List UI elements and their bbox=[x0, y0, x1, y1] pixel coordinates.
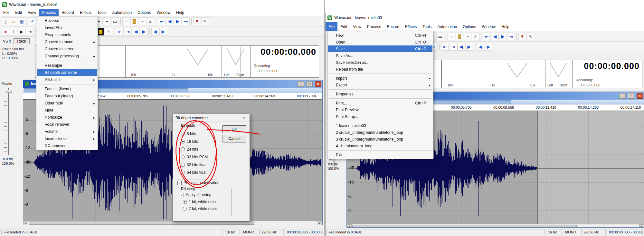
goto-start-button[interactable]: ⇤ bbox=[158, 17, 166, 25]
menubar-item-automation[interactable]: Automation bbox=[109, 9, 135, 16]
prev-marker-button[interactable]: ◀ bbox=[132, 28, 140, 35]
slider-thumb[interactable] bbox=[6, 90, 12, 93]
window-titlebar[interactable]: W Wavosaur - leaves_rustle03 bbox=[326, 13, 644, 22]
menubar-item-edit[interactable]: Edit bbox=[337, 22, 350, 31]
menu-item-properties[interactable]: Properties bbox=[328, 91, 432, 97]
marker-button[interactable]: ▼ bbox=[193, 17, 201, 25]
radio-option-24-bits[interactable]: 24 bits bbox=[177, 145, 218, 153]
minimize-button[interactable]: — bbox=[619, 93, 626, 99]
goto-start-button[interactable]: ⇤ bbox=[483, 33, 491, 40]
menubar-item-file[interactable]: File bbox=[326, 22, 337, 31]
scrollbar-track[interactable] bbox=[28, 221, 317, 225]
menu-item-exit[interactable]: Exit bbox=[328, 152, 432, 158]
snap-left-button[interactable]: ⇤ bbox=[116, 28, 124, 35]
menu-item-1-leaves-rustle03[interactable]: 1 leaves_rustle03 bbox=[328, 122, 432, 129]
save-button[interactable]: ▦ bbox=[18, 17, 25, 25]
scroll-right-icon[interactable]: ► bbox=[639, 224, 644, 228]
next-marker-button[interactable]: ▶ bbox=[465, 43, 473, 51]
menu-item-2-crucial-undergroundrumbletone-loop[interactable]: 2 crucial_undergroundrumbletone_loop bbox=[328, 129, 432, 136]
apply-dithering-checkbox[interactable]: Apply dithering bbox=[180, 192, 231, 197]
forward-button[interactable]: ▶ bbox=[499, 33, 507, 40]
window-titlebar[interactable]: W Wavosaur - leaves_rustle03 bbox=[0, 0, 324, 9]
spectrum-analysis-button[interactable]: ≈ bbox=[448, 33, 455, 40]
snap-right-button[interactable]: ⇥ bbox=[449, 43, 457, 51]
play-forward-button[interactable]: ▶ bbox=[159, 28, 167, 35]
maximize-button[interactable]: □ bbox=[306, 81, 313, 87]
menu-item-pitch-shift[interactable]: Pitch shift▸ bbox=[37, 76, 97, 83]
open-folder-button[interactable]: ▱ bbox=[10, 17, 17, 25]
menu-item-print-preview[interactable]: Print Preview bbox=[328, 106, 432, 113]
menubar-item-window[interactable]: Window bbox=[154, 9, 173, 16]
goto-end-button[interactable]: ⇥ bbox=[507, 33, 515, 40]
menu-item-vocal-remover[interactable]: Vocal remover bbox=[37, 121, 97, 128]
statistics-button[interactable]: Σ bbox=[147, 17, 154, 25]
radio-option-64-bits-float[interactable]: 64 bits float bbox=[177, 169, 218, 176]
minimize-button[interactable]: — bbox=[298, 81, 304, 87]
menu-item-fade-in-linear[interactable]: Fade in (linear) bbox=[37, 85, 97, 93]
close-button[interactable]: × bbox=[315, 81, 321, 87]
menu-item-open[interactable]: Open...Ctrl+O bbox=[328, 39, 432, 45]
play-to-end-button[interactable]: ⇥ bbox=[26, 28, 33, 35]
menu-item-convert-to-mono[interactable]: Convert to mono▸ bbox=[37, 38, 97, 45]
menubar-item-options[interactable]: Options bbox=[460, 22, 479, 31]
menu-item-import[interactable]: Import▸ bbox=[328, 75, 432, 82]
menu-item-4-1b-rainontarp-loop[interactable]: 4 1b_rainontarp_loop bbox=[328, 143, 432, 149]
menubar-item-effects[interactable]: Effects bbox=[77, 9, 94, 16]
menubar-item-record[interactable]: Record bbox=[59, 9, 77, 16]
radio-option-32-bits-pcm[interactable]: 32 bits PCM bbox=[177, 153, 218, 161]
menu-item-other-fade[interactable]: Other fade▸ bbox=[37, 100, 97, 107]
menu-item-reload-from-file[interactable]: Reload from file bbox=[328, 66, 432, 73]
maximize-button[interactable]: □ bbox=[628, 93, 634, 99]
menu-item-print[interactable]: Print...Ctrl+P bbox=[328, 100, 432, 106]
menu-item-resample[interactable]: Resample bbox=[37, 62, 97, 69]
scrollbar-thumb[interactable] bbox=[29, 221, 254, 225]
scrollbar-thumb[interactable] bbox=[352, 225, 577, 228]
radio-option-16-bits[interactable]: 16 bits bbox=[177, 138, 218, 145]
oscilloscope-button[interactable]: ~ bbox=[464, 33, 471, 40]
close-button[interactable]: × bbox=[637, 93, 643, 99]
menubar-item-record[interactable]: Record bbox=[384, 22, 402, 31]
menu-item-invert-flip[interactable]: Invert/Flip bbox=[37, 24, 97, 31]
scroll-left-icon[interactable]: ◄ bbox=[347, 224, 352, 228]
dialog-titlebar[interactable]: Bit depth converter × bbox=[173, 114, 250, 122]
menu-item-insert-silence[interactable]: Insert silence▸ bbox=[37, 135, 97, 142]
menu-item-mute[interactable]: Mute bbox=[37, 107, 97, 114]
undo-button[interactable]: ↶ bbox=[29, 17, 37, 25]
oscilloscope-button[interactable]: ~ bbox=[138, 17, 146, 25]
new-file-button[interactable]: ▯ bbox=[2, 17, 9, 25]
spectrum-analysis-button[interactable]: ≈ bbox=[122, 17, 130, 25]
crossfade-button[interactable]: × bbox=[105, 28, 112, 35]
menu-item-normalize[interactable]: Normalize▸ bbox=[37, 114, 97, 121]
menu-item-convert-to-stereo[interactable]: Convert to stereo bbox=[37, 45, 97, 53]
master-volume-slider[interactable] bbox=[4, 88, 13, 155]
menu-item-dc-remover[interactable]: DC remover bbox=[37, 142, 97, 149]
goto-end-button[interactable]: ⇥ bbox=[182, 17, 190, 25]
menubar-item-file[interactable]: File bbox=[0, 9, 12, 16]
dialog-close-icon[interactable]: × bbox=[240, 115, 249, 121]
play-forward-button[interactable]: ▶ bbox=[485, 43, 492, 51]
rewind-button[interactable]: ◀ bbox=[166, 17, 174, 25]
menubar-item-automation[interactable]: Automation bbox=[434, 22, 460, 31]
menu-item-volume[interactable]: Volume▸ bbox=[37, 128, 97, 135]
pencil-tool-button[interactable]: ✎ bbox=[526, 33, 534, 40]
menubar-item-tools[interactable]: Tools bbox=[94, 9, 109, 16]
menubar-item-view[interactable]: View bbox=[25, 9, 39, 16]
menubar-item-tools[interactable]: Tools bbox=[420, 22, 434, 31]
horizontal-scrollbar[interactable]: ◄ ► bbox=[347, 224, 644, 228]
cancel-button[interactable]: Cancel bbox=[223, 135, 246, 143]
marker-button[interactable]: ▼ bbox=[518, 33, 526, 40]
radio-option-8-bits[interactable]: 8 bits bbox=[177, 130, 218, 138]
menubar-item-window[interactable]: Window bbox=[479, 22, 498, 31]
snap-right-button[interactable]: ⇥ bbox=[124, 28, 132, 35]
play-reverse-button[interactable]: ◀ bbox=[151, 28, 159, 35]
menu-item-save[interactable]: SaveCtrl+S bbox=[328, 45, 432, 52]
menu-item-export[interactable]: Export▸ bbox=[328, 82, 432, 88]
menubar-item-help[interactable]: Help bbox=[173, 9, 187, 16]
zoom-selection-button[interactable]: ▭ bbox=[436, 33, 444, 40]
forward-button[interactable]: ▶ bbox=[174, 17, 182, 25]
menubar-item-effects[interactable]: Effects bbox=[402, 22, 420, 31]
radio-option-1-bit-white-noise[interactable]: 1 bit, white noise bbox=[177, 198, 231, 205]
menu-item-save-selection-as[interactable]: Save selection as... bbox=[328, 59, 432, 66]
pencil-tool-button[interactable]: ✎ bbox=[201, 17, 209, 25]
menu-item-reverse[interactable]: Reverse bbox=[37, 17, 97, 24]
